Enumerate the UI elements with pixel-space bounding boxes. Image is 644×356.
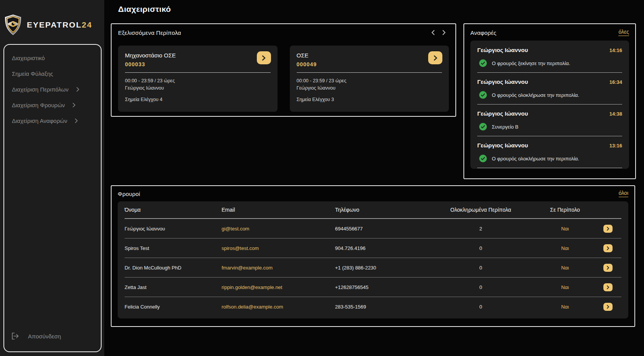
patrol-schedule: 00:00 - 23:59 / 23 ώρες [125, 77, 271, 85]
guard-email-link[interactable]: gi@test.com [222, 226, 335, 232]
sidebar-item-label: Σημεία Φύλαξης [12, 70, 53, 77]
patrol-meta: 00:00 - 23:59 / 23 ώρες Γεώργιος Ιώαννου [125, 77, 271, 92]
report-time: 14:38 [610, 111, 622, 117]
check-circle-icon [479, 59, 487, 67]
chevron-right-icon[interactable] [442, 29, 447, 36]
patrol-schedule: 00:00 - 23:59 / 23 ώρες [297, 77, 442, 85]
patrol-card: Μηχανοστάσιο ΟΣΕ 000033 00:00 - 23:59 / … [118, 46, 278, 112]
guard-completed-patrols: 0 [435, 284, 527, 290]
open-guard-button[interactable] [603, 264, 613, 272]
guard-email-link[interactable]: rolfson.delia@example.com [222, 304, 335, 310]
open-guard-button[interactable] [603, 303, 613, 311]
open-guard-button[interactable] [603, 244, 613, 252]
patrol-guard: Γεώργιος Ιώαννου [297, 85, 442, 92]
guard-completed-patrols: 0 [435, 265, 527, 271]
guard-email-link[interactable]: spiros@test.com [222, 245, 335, 251]
column-header-name: Όνομα [125, 207, 222, 213]
guard-name: Zetta Jast [125, 284, 222, 290]
all-reports-link[interactable]: όλες [618, 29, 629, 36]
patrol-card: ΟΣΕ 000049 00:00 - 23:59 / 23 ώρες Γεώργ… [290, 46, 449, 112]
guard-email-link[interactable]: rippin.golden@example.net [222, 284, 335, 290]
chevron-right-icon [606, 227, 610, 231]
table-row: Spiros Test spiros@test.com 904.726.4196… [125, 238, 621, 258]
chevron-right-icon [606, 305, 610, 309]
patrol-checkpoints: Σημεία Ελέγχου 3 [297, 97, 442, 102]
logout-button[interactable]: Αποσύνδεση [4, 327, 101, 345]
table-row: Γεώργιος Ιώαννου gi@test.com 6944556677 … [125, 219, 621, 238]
ongoing-patrols-panel: Εξελισσόμενα Περίπολα Μηχανοστάσιο ΟΣΕ 0… [111, 23, 456, 117]
check-circle-icon [479, 123, 487, 131]
app-root: EYEPATROL24 Διαχειριστικό Σημεία Φύλαξης… [0, 0, 644, 356]
brand-logo: EYEPATROL24 [0, 0, 104, 35]
open-guard-button[interactable] [603, 225, 613, 233]
guard-name: Γεώργιος Ιώαννου [125, 226, 222, 232]
guard-on-patrol: Ναι [527, 245, 603, 251]
report-guard-name: Γεώργιος Ιώαννου [477, 142, 528, 149]
divider [125, 72, 271, 73]
guards-panel: Φρουροί όλοι Όνομα Email Τηλέφωνο Ολοκλη… [111, 185, 635, 327]
panel-title: Αναφορές [470, 29, 496, 36]
guard-name: Felicia Connelly [125, 304, 222, 310]
brand-accent: 24 [82, 20, 92, 29]
table-row: Dr. Dion McCullough PhD fmarvin@example.… [125, 258, 621, 277]
open-patrol-button[interactable] [428, 51, 442, 64]
guard-completed-patrols: 0 [435, 245, 527, 251]
panel-title: Εξελισσόμενα Περίπολα [118, 29, 181, 36]
column-header-on-patrol: Σε Περίπολο [527, 207, 603, 213]
shield-eye-icon [4, 15, 22, 35]
sidebar-item-dashboard[interactable]: Διαχειριστικό [4, 50, 101, 66]
reports-panel: Αναφορές όλες Γεώργιος Ιώαννου 14:16 Ο φ… [463, 23, 636, 179]
guard-on-patrol: Ναι [527, 226, 603, 232]
open-guard-button[interactable] [603, 283, 613, 291]
table-row: Felicia Connelly rolfson.delia@example.c… [125, 297, 621, 316]
brand-name: EYEPATROL24 [27, 20, 92, 29]
logout-icon [11, 332, 20, 340]
chevron-right-icon [606, 246, 610, 250]
divider [297, 72, 442, 73]
guard-on-patrol: Ναι [527, 265, 603, 271]
guard-name: Dr. Dion McCullough PhD [125, 265, 222, 271]
guard-completed-patrols: 2 [435, 226, 527, 232]
column-header-completed: Ολοκληρωμένα Περίπολα [435, 207, 527, 213]
table-row: Zetta Jast rippin.golden@example.net +12… [125, 277, 621, 297]
guards-table: Όνομα Email Τηλέφωνο Ολοκληρωμένα Περίπο… [118, 201, 628, 318]
guard-phone: 904.726.4196 [335, 245, 435, 251]
all-guards-link[interactable]: όλοι [619, 190, 628, 197]
report-message: Συνεργείο Β [492, 124, 519, 130]
column-header-email: Email [222, 207, 335, 213]
sidebar-item-guard-points[interactable]: Σημεία Φύλαξης [4, 66, 101, 82]
sidebar-item-label: Διαχείριση Φρουρών [12, 102, 65, 108]
sidebar-item-patrol-management[interactable]: Διαχείριση Περιπόλων [4, 82, 101, 97]
sidebar-nav: Διαχειριστικό Σημεία Φύλαξης Διαχείριση … [3, 44, 102, 352]
sidebar-item-report-management[interactable]: Διαχείριση Αναφορών [4, 113, 101, 129]
report-message: Ο φρουρός ολοκλήρωσε την περιπολία. [492, 156, 579, 162]
sidebar-item-guard-management[interactable]: Διαχείριση Φρουρών [4, 97, 101, 113]
chevron-right-icon [75, 118, 78, 123]
guard-email-link[interactable]: fmarvin@example.com [222, 265, 335, 271]
guard-on-patrol: Ναι [527, 284, 603, 290]
patrol-checkpoints: Σημεία Ελέγχου 4 [125, 97, 271, 102]
table-header-row: Όνομα Email Τηλέφωνο Ολοκληρωμένα Περίπο… [125, 201, 621, 218]
report-guard-name: Γεώργιος Ιώαννου [477, 78, 528, 85]
chevron-right-icon [433, 55, 438, 61]
open-patrol-button[interactable] [257, 51, 271, 64]
main-content: Διαχειριστικό Εξελισσόμενα Περίπολα Μηχα… [104, 0, 644, 356]
sidebar-item-label: Διαχείριση Περιπόλων [12, 86, 69, 93]
report-message: Ο φρουρός ξεκίνησε την περιπολία. [492, 60, 570, 66]
column-header-phone: Τηλέφωνο [335, 207, 435, 213]
guard-phone: 6944556677 [335, 226, 435, 232]
panel-title: Φρουροί [118, 191, 140, 197]
guard-phone: +12628756545 [335, 284, 435, 290]
patrol-name: Μηχανοστάσιο ΟΣΕ [125, 52, 271, 59]
report-guard-name: Γεώργιος Ιώαννου [477, 110, 528, 117]
report-item: Γεώργιος Ιώαννου 14:16 Ο φρουρός ξεκίνησ… [477, 41, 622, 73]
check-circle-icon [479, 91, 487, 99]
report-time: 13:16 [610, 143, 622, 149]
chevron-right-icon [261, 55, 266, 61]
chevron-right-icon [76, 87, 79, 92]
guard-phone: +1 (283) 886-2230 [335, 265, 435, 271]
divider [477, 168, 622, 168]
chevron-left-icon[interactable] [430, 29, 435, 36]
carousel-nav [430, 29, 447, 36]
report-item: Γεώργιος Ιώαννου 16:34 Ο φρουρός ολοκλήρ… [477, 73, 622, 105]
